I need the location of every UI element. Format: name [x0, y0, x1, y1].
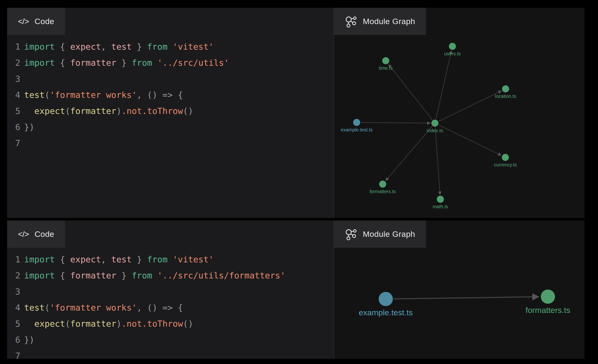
code-text: test('formatter works', () => {: [24, 300, 183, 316]
graph-edge: [435, 127, 440, 194]
graph-edge: [394, 297, 538, 299]
graph-node-label-users.ts: users.ts: [444, 51, 461, 56]
module-graph-canvas[interactable]: users.tstime.tslocation.tsexample.test.t…: [334, 8, 584, 218]
graph-node-example.test.ts[interactable]: [379, 292, 393, 306]
code-tab-label: Code: [34, 230, 54, 239]
graph-node-label-currency.ts: currency.ts: [494, 162, 517, 167]
code-tab[interactable]: </> Code: [7, 221, 65, 248]
code-text: }): [24, 332, 34, 348]
module-graph-tab[interactable]: Module Graph: [334, 8, 426, 35]
graph-edge: [439, 91, 501, 121]
line-number: 3: [7, 71, 20, 87]
line-number: 1: [7, 251, 20, 268]
code-text: }): [24, 119, 34, 135]
comparison-row-after: </> Code 1import { expect, test } from '…: [7, 221, 584, 359]
graph-edge: [386, 126, 432, 180]
graph-edge: [436, 51, 451, 119]
graph-node-label-example.test.ts: example.test.ts: [341, 127, 373, 132]
graph-node-formatters.ts[interactable]: [541, 290, 555, 304]
graph-node-math.ts[interactable]: [437, 196, 444, 203]
module-graph-panel-after: example.test.tsformatters.ts Module Grap…: [333, 221, 584, 359]
code-line: 2import { formatter } from '../src/utils…: [7, 268, 333, 284]
graph-node-formatters.ts[interactable]: [379, 181, 386, 188]
code-line: 6}): [7, 119, 333, 135]
module-graph-tab-label: Module Graph: [363, 17, 415, 26]
comparison-row-before: </> Code 1import { expect, test } from '…: [7, 8, 584, 218]
code-editor[interactable]: 1import { expect, test } from 'vitest'2i…: [7, 35, 333, 218]
line-number: 4: [7, 300, 20, 316]
graph-node-index.ts[interactable]: [431, 120, 439, 127]
module-graph-icon: [345, 15, 357, 28]
code-line: 4test('formatter works', () => {: [7, 300, 333, 316]
graph-node-users.ts[interactable]: [449, 43, 456, 50]
line-number: 3: [7, 284, 20, 300]
line-number: 7: [7, 348, 20, 359]
line-number: 5: [7, 316, 20, 332]
code-line: 6}): [7, 332, 333, 348]
code-text: import { expect, test } from 'vitest': [24, 251, 214, 268]
graph-edge: [389, 65, 432, 120]
code-panel-after: </> Code 1import { expect, test } from '…: [7, 221, 333, 359]
code-text: import { formatter } from '../src/utils/…: [24, 268, 285, 284]
line-number: 1: [7, 39, 20, 55]
code-text: test('formatter works', () => {: [24, 87, 183, 103]
code-line: 7: [7, 348, 333, 359]
code-icon: </>: [18, 230, 29, 239]
module-graph-panel-before: users.tstime.tslocation.tsexample.test.t…: [333, 8, 584, 218]
code-line: 5 expect(formatter).not.toThrow(): [7, 103, 333, 119]
code-tab-label: Code: [34, 17, 54, 26]
graph-node-currency.ts[interactable]: [502, 154, 509, 161]
code-text: expect(formatter).not.toThrow(): [24, 316, 193, 332]
graph-node-label-example.test.ts: example.test.ts: [359, 308, 413, 317]
module-graph-icon: [345, 228, 357, 240]
code-editor[interactable]: 1import { expect, test } from 'vitest'2i…: [7, 248, 333, 359]
graph-node-label-time.ts: time.ts: [379, 66, 393, 71]
code-line: 3: [7, 71, 333, 87]
graph-node-label-formatters.ts: formatters.ts: [526, 306, 570, 314]
graph-edge: [361, 123, 430, 123]
code-tab[interactable]: </> Code: [7, 8, 65, 35]
graph-node-label-index.ts: index.ts: [427, 128, 443, 133]
line-number: 5: [7, 103, 20, 119]
line-number: 2: [7, 268, 20, 284]
graph-node-label-location.ts: location.ts: [495, 94, 516, 99]
module-graph-tab-label: Module Graph: [363, 230, 415, 239]
code-line: 2import { formatter } from '../src/utils…: [7, 55, 333, 71]
graph-edge: [439, 125, 501, 155]
graph-node-location.ts[interactable]: [502, 85, 509, 92]
code-line: 4test('formatter works', () => {: [7, 87, 333, 103]
line-number: 6: [7, 119, 20, 135]
module-graph-tab[interactable]: Module Graph: [334, 221, 426, 248]
code-line: 5 expect(formatter).not.toThrow(): [7, 316, 333, 332]
graph-node-label-formatters.ts: formatters.ts: [369, 189, 396, 194]
code-text: import { formatter } from '../src/utils': [24, 55, 229, 71]
code-line: 1import { expect, test } from 'vitest': [7, 39, 333, 55]
main-content: </> Code 1import { expect, test } from '…: [7, 8, 584, 359]
line-number: 6: [7, 332, 20, 348]
code-line: 1import { expect, test } from 'vitest': [7, 251, 333, 268]
code-line: 3: [7, 284, 333, 300]
code-panel-before: </> Code 1import { expect, test } from '…: [7, 8, 333, 218]
code-line: 7: [7, 135, 333, 151]
line-number: 2: [7, 55, 20, 71]
line-number: 7: [7, 135, 20, 151]
graph-node-example.test.ts[interactable]: [353, 119, 360, 126]
graph-node-time.ts[interactable]: [382, 57, 389, 64]
code-text: import { expect, test } from 'vitest': [24, 39, 214, 55]
line-number: 4: [7, 87, 20, 103]
code-text: expect(formatter).not.toThrow(): [24, 103, 193, 119]
code-icon: </>: [18, 17, 29, 26]
graph-node-label-math.ts: math.ts: [432, 204, 448, 209]
